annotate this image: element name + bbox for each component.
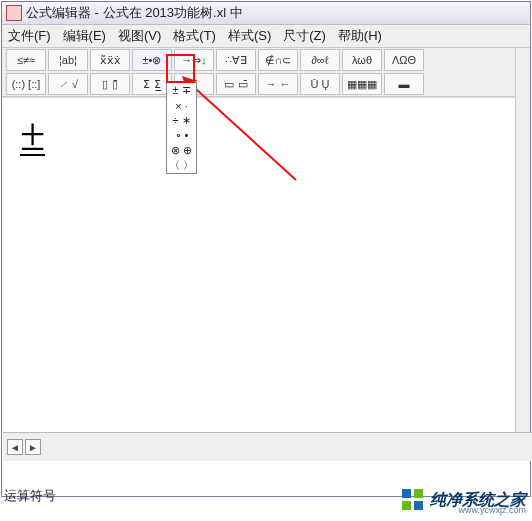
tb-embellish[interactable]: ¦ab¦ <box>48 49 88 71</box>
tb-arrows2[interactable]: → ← <box>258 73 298 95</box>
brand-logo-icon <box>400 487 426 513</box>
toolbar-row-2: (::) [::] ⟋ √ ▯ ▯̄ Σ̄ Σ̲ ∫∮ ▭ ▭̄ → ← Ū Ų… <box>2 72 530 96</box>
menu-style[interactable]: 样式(S) <box>228 27 271 45</box>
tb-arrows[interactable]: →⇔↓ <box>174 49 214 71</box>
dd-plus-minus[interactable]: ± ∓ <box>167 83 196 98</box>
dd-divide-star[interactable]: ÷ ∗ <box>167 113 196 128</box>
window-title: 公式编辑器 - 公式在 2013功能树.xl 中 <box>26 4 243 22</box>
tb-misc[interactable]: ∂∞ℓ <box>300 49 340 71</box>
menu-edit[interactable]: 编辑(E) <box>63 27 106 45</box>
app-window: 公式编辑器 - 公式在 2013功能树.xl 中 文件(F) 编辑(E) 视图(… <box>1 1 531 497</box>
brand-url: www.ycwxjz.com <box>458 505 526 515</box>
tb-scripts[interactable]: ▯ ▯̄ <box>90 73 130 95</box>
tb-greek-lower[interactable]: λωθ <box>342 49 382 71</box>
scroll-left-icon[interactable]: ◄ <box>7 439 23 455</box>
horizontal-scroll-bar: ◄ ► <box>3 432 532 461</box>
vertical-scrollbar[interactable] <box>515 48 530 446</box>
tb-matrix[interactable]: ▦▦▦ <box>342 73 382 95</box>
scroll-right-icon[interactable]: ► <box>25 439 41 455</box>
tb-operators[interactable]: ±•⊗ <box>132 49 172 71</box>
svg-rect-2 <box>402 489 411 498</box>
tb-set[interactable]: ∉∩⊂ <box>258 49 298 71</box>
tb-spacer[interactable]: ▬ <box>384 73 424 95</box>
toolbar-row-1: ≤≠≈ ¦ab¦ x͂ẍẋ ±•⊗ →⇔↓ ∴∀∃ ∉∩⊂ ∂∞ℓ λωθ ΛΩ… <box>2 48 530 72</box>
menu-view[interactable]: 视图(V) <box>118 27 161 45</box>
symbol-glyph: ± <box>20 109 45 160</box>
svg-rect-4 <box>402 501 411 510</box>
menu-file[interactable]: 文件(F) <box>8 27 51 45</box>
dd-times-dot[interactable]: × · <box>167 98 196 113</box>
svg-rect-3 <box>414 489 423 498</box>
svg-rect-5 <box>414 501 423 510</box>
tb-relations[interactable]: ≤≠≈ <box>6 49 46 71</box>
brand-watermark: 纯净系统之家 www.ycwxjz.com <box>400 487 526 513</box>
inserted-symbol: ± <box>20 112 45 156</box>
dd-otimes-oplus[interactable]: ⊗ ⊕ <box>167 143 196 158</box>
dd-angles[interactable]: 〈 〉 <box>167 158 196 173</box>
title-bar: 公式编辑器 - 公式在 2013功能树.xl 中 <box>2 2 530 25</box>
menu-format[interactable]: 格式(T) <box>173 27 216 45</box>
tb-roots[interactable]: ⟋ √ <box>48 73 88 95</box>
scroll-arrows: ◄ ► <box>7 439 41 455</box>
menu-help[interactable]: 帮助(H) <box>338 27 382 45</box>
menu-bar: 文件(F) 编辑(E) 视图(V) 格式(T) 样式(S) 尺寸(Z) 帮助(H… <box>2 25 530 48</box>
app-icon <box>6 5 22 21</box>
status-text: 运算符号 <box>4 487 56 505</box>
tb-boxes[interactable]: ▭ ▭̄ <box>216 73 256 95</box>
tb-fences[interactable]: (::) [::] <box>6 73 46 95</box>
tb-accents[interactable]: x͂ẍẋ <box>90 49 130 71</box>
toolbar: ≤≠≈ ¦ab¦ x͂ẍẋ ±•⊗ →⇔↓ ∴∀∃ ∉∩⊂ ∂∞ℓ λωθ ΛΩ… <box>2 48 530 97</box>
menu-size[interactable]: 尺寸(Z) <box>283 27 326 45</box>
tb-bars[interactable]: Ū Ų <box>300 73 340 95</box>
tb-greek-upper[interactable]: ΛΩΘ <box>384 49 424 71</box>
tb-logic[interactable]: ∴∀∃ <box>216 49 256 71</box>
dd-circ-bullet[interactable]: ∘ • <box>167 128 196 143</box>
operators-dropdown: ± ∓ × · ÷ ∗ ∘ • ⊗ ⊕ 〈 〉 <box>166 82 197 174</box>
